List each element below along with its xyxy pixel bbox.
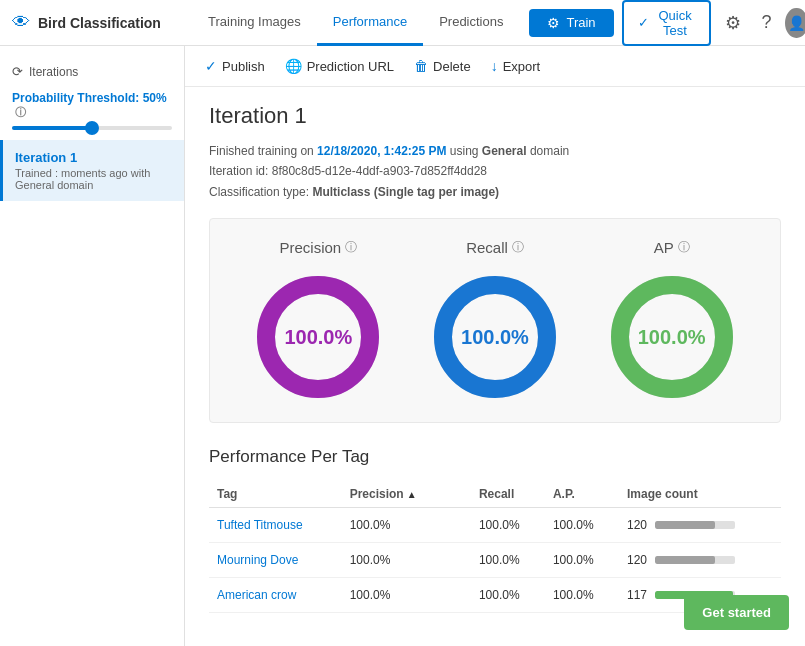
content-area: Iteration 1 Finished training on 12/18/2… — [185, 87, 805, 629]
export-icon: ↓ — [491, 58, 498, 74]
publish-button[interactable]: ✓ Publish — [205, 54, 265, 78]
metric-precision: Precision ⓘ 100.0% — [253, 239, 383, 402]
cell-ap: 100.0% — [545, 508, 619, 543]
th-precision[interactable]: Precision ▲ — [342, 481, 450, 508]
metric-recall: Recall ⓘ 100.0% — [430, 239, 560, 402]
cell-recall: 100.0% — [471, 508, 545, 543]
th-ap: A.P. — [545, 481, 619, 508]
th-spacer — [450, 481, 471, 508]
table-row: Tufted Titmouse 100.0% 100.0% 100.0% 120 — [209, 508, 781, 543]
sidebar-item-title: Iteration 1 — [15, 150, 172, 165]
cell-spacer — [450, 543, 471, 578]
tag-link[interactable]: Mourning Dove — [217, 553, 298, 567]
tab-performance[interactable]: Performance — [317, 0, 423, 46]
tag-link[interactable]: Tufted Titmouse — [217, 518, 303, 532]
nav-tabs: Training Images Performance Predictions — [192, 0, 519, 46]
precision-info-icon: ⓘ — [345, 239, 357, 256]
perf-table: Tag Precision ▲ Recall A.P. Image count — [209, 481, 781, 613]
cell-tag: Tufted Titmouse — [209, 508, 342, 543]
main-content: ✓ Publish 🌐 Prediction URL 🗑 Delete ↓ Ex… — [185, 46, 805, 646]
threshold-value: 50% — [143, 91, 167, 105]
cell-ap: 100.0% — [545, 578, 619, 613]
cell-image-count: 120 — [619, 508, 781, 543]
recall-info-icon: ⓘ — [512, 239, 524, 256]
header-actions: ⚙ Train ✓ Quick Test ⚙ ? 👤 — [529, 0, 805, 46]
iteration-title: Iteration 1 — [209, 103, 781, 129]
ap-value: 100.0% — [638, 326, 706, 349]
cell-tag: American crow — [209, 578, 342, 613]
cell-image-count: 120 — [619, 543, 781, 578]
table-header-row: Tag Precision ▲ Recall A.P. Image count — [209, 481, 781, 508]
iteration-meta: Finished training on 12/18/2020, 1:42:25… — [209, 141, 781, 202]
publish-icon: ✓ — [205, 58, 217, 74]
header: 👁 Bird Classification Training Images Pe… — [0, 0, 805, 46]
tab-training-images[interactable]: Training Images — [192, 0, 317, 46]
sort-arrow-precision: ▲ — [407, 489, 417, 500]
delete-icon: 🗑 — [414, 58, 428, 74]
sidebar: ⟳ Iterations Probability Threshold: 50% … — [0, 46, 185, 646]
performance-card: Precision ⓘ 100.0% — [209, 218, 781, 423]
th-recall: Recall — [471, 481, 545, 508]
tag-link[interactable]: American crow — [217, 588, 296, 602]
bar-fill — [655, 556, 715, 564]
threshold-track — [12, 126, 92, 130]
check-icon: ✓ — [638, 15, 649, 30]
th-tag: Tag — [209, 481, 342, 508]
sidebar-item-iteration1[interactable]: Iteration 1 Trained : moments ago with G… — [0, 140, 184, 201]
th-image-count: Image count — [619, 481, 781, 508]
bar-bg — [655, 521, 735, 529]
cell-spacer — [450, 508, 471, 543]
sidebar-item-sub: Trained : moments ago with General domai… — [15, 167, 172, 191]
perf-metrics: Precision ⓘ 100.0% — [230, 239, 760, 402]
bar-cell: 120 — [627, 553, 773, 567]
prediction-url-button[interactable]: 🌐 Prediction URL — [285, 54, 394, 78]
logo-area: 👁 Bird Classification — [12, 12, 182, 33]
delete-button[interactable]: 🗑 Delete — [414, 54, 471, 78]
recall-donut: 100.0% — [430, 272, 560, 402]
gear-icon: ⚙ — [725, 13, 741, 33]
domain: General — [482, 144, 527, 158]
recall-label: Recall ⓘ — [466, 239, 524, 256]
iterations-section-label: ⟳ Iterations — [0, 58, 184, 85]
question-icon: ? — [761, 12, 771, 32]
app-title: Bird Classification — [38, 15, 161, 31]
cell-spacer — [450, 578, 471, 613]
precision-value: 100.0% — [284, 326, 352, 349]
avatar-initial: 👤 — [788, 15, 805, 31]
precision-label: Precision ⓘ — [279, 239, 357, 256]
trained-date: 12/18/2020, 1:42:25 PM — [317, 144, 446, 158]
help-button[interactable]: ? — [755, 8, 777, 37]
image-count-value: 120 — [627, 518, 647, 532]
export-button[interactable]: ↓ Export — [491, 54, 541, 78]
ap-donut: 100.0% — [607, 272, 737, 402]
threshold-row: Probability Threshold: 50% ⓘ — [0, 85, 184, 140]
ap-label: AP ⓘ — [654, 239, 690, 256]
bar-bg — [655, 556, 735, 564]
table-row: Mourning Dove 100.0% 100.0% 100.0% 120 — [209, 543, 781, 578]
image-count-value: 120 — [627, 553, 647, 567]
threshold-label: Probability Threshold: 50% ⓘ — [12, 91, 172, 120]
bar-fill — [655, 521, 715, 529]
recall-value: 100.0% — [461, 326, 529, 349]
image-count-value: 117 — [627, 588, 647, 602]
eye-icon: 👁 — [12, 12, 30, 33]
threshold-slider[interactable] — [12, 126, 172, 130]
threshold-info-icon: ⓘ — [15, 106, 26, 118]
quicktest-button[interactable]: ✓ Quick Test — [622, 0, 712, 46]
threshold-thumb — [85, 121, 99, 135]
train-button[interactable]: ⚙ Train — [529, 9, 613, 37]
cell-precision: 100.0% — [342, 508, 450, 543]
avatar[interactable]: 👤 — [785, 8, 805, 38]
precision-donut: 100.0% — [253, 272, 383, 402]
cell-recall: 100.0% — [471, 543, 545, 578]
tab-predictions[interactable]: Predictions — [423, 0, 519, 46]
metric-ap: AP ⓘ 100.0% — [607, 239, 737, 402]
cell-precision: 100.0% — [342, 578, 450, 613]
cell-tag: Mourning Dove — [209, 543, 342, 578]
layout: ⟳ Iterations Probability Threshold: 50% … — [0, 46, 805, 646]
settings-button[interactable]: ⚙ — [719, 8, 747, 38]
perf-per-tag-title: Performance Per Tag — [209, 447, 781, 467]
cell-precision: 100.0% — [342, 543, 450, 578]
get-started-button[interactable]: Get started — [684, 595, 789, 630]
iteration-id: 8f80c8d5-d12e-4ddf-a903-7d852ff4dd28 — [272, 164, 487, 178]
